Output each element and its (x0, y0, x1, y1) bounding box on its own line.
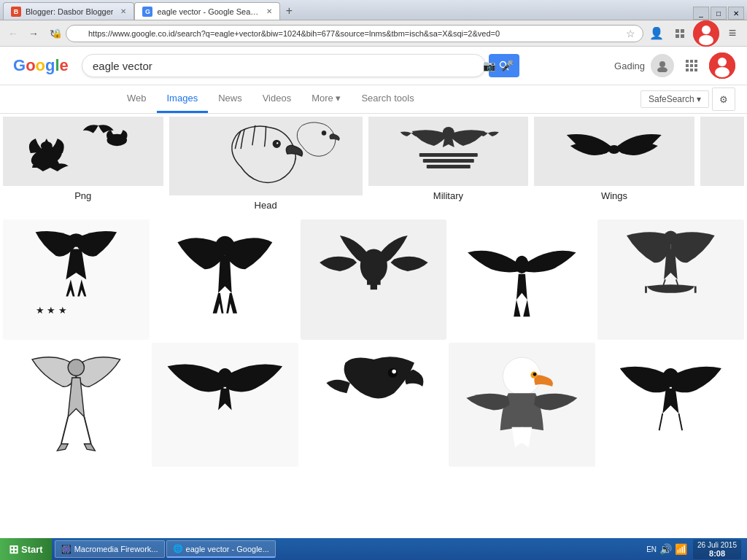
image-cell-4[interactable] (449, 219, 595, 340)
category-head-label: Head (166, 198, 365, 217)
svg-rect-2 (676, 34, 679, 38)
svg-point-23 (715, 67, 729, 77)
bookmark-star-icon[interactable]: ☆ (626, 28, 635, 39)
nav-images[interactable]: Images (157, 85, 209, 113)
browser-action-icons: 👤 (646, 23, 690, 44)
nav-more[interactable]: More ▾ (301, 85, 351, 113)
image-cell-6[interactable] (3, 343, 150, 467)
svg-rect-13 (690, 60, 693, 63)
category-wings[interactable]: Wings (531, 114, 697, 217)
tab-blogger[interactable]: B Blogger: Dasbor Blogger ✕ (3, 2, 134, 20)
camera-search-icon[interactable]: 📷 (483, 60, 495, 71)
new-tab-button[interactable]: + (280, 2, 298, 20)
category-partial (697, 114, 747, 217)
svg-point-47 (217, 368, 232, 386)
safesearch-button[interactable]: SafeSearch ▾ (640, 90, 709, 108)
search-input-icons: 📷 🎤 (483, 60, 514, 71)
start-label: Start (21, 544, 43, 555)
restore-button[interactable]: □ (711, 7, 727, 20)
address-bar: ← → ↻ 🔒 https://www.google.co.id/search?… (0, 20, 747, 47)
tab-bar: B Blogger: Dasbor Blogger ✕ G eagle vect… (0, 0, 747, 20)
svg-rect-20 (694, 69, 697, 71)
nav-videos[interactable]: Videos (252, 85, 302, 113)
svg-point-32 (442, 127, 454, 139)
svg-point-36 (608, 145, 620, 154)
menu-button[interactable]: ≡ (722, 23, 743, 44)
google-header-right: Gading (614, 52, 735, 79)
svg-rect-43 (367, 280, 381, 285)
category-png[interactable]: Png (0, 114, 166, 217)
window-controls: _ □ ✕ (693, 7, 744, 20)
account-button[interactable] (651, 54, 674, 77)
search-input[interactable] (82, 54, 486, 77)
image-cell-10[interactable] (597, 343, 744, 467)
search-nav-right: SafeSearch ▾ ⚙ (640, 88, 735, 111)
taskbar-item-google[interactable]: 🌐 eagle vector - Google... (166, 540, 276, 558)
nav-search-tools[interactable]: Search tools (351, 85, 424, 113)
taskbar-clock[interactable]: 26 Juli 2015 8:08 (693, 540, 741, 559)
category-military[interactable]: Military (365, 114, 532, 217)
svg-rect-17 (694, 64, 697, 67)
image-cell-2[interactable] (152, 219, 298, 340)
svg-rect-0 (676, 29, 679, 33)
minimize-button[interactable]: _ (693, 7, 709, 20)
close-button[interactable]: ✕ (728, 7, 744, 20)
tab-google[interactable]: G eagle vector - Google Search ... ✕ (134, 2, 280, 20)
tab-google-close[interactable]: ✕ (266, 7, 272, 15)
forward-button[interactable]: → (25, 25, 42, 42)
volume-icon[interactable]: 🔊 (659, 543, 672, 555)
apps-grid-button[interactable] (680, 54, 703, 77)
back-button[interactable]: ← (4, 25, 22, 42)
start-button[interactable]: ⊞ Start (0, 538, 52, 560)
google-content: Google 📷 🎤 Gading (0, 47, 747, 538)
svg-rect-3 (681, 34, 684, 38)
svg-point-46 (68, 359, 84, 375)
network-icon[interactable]: 📶 (675, 543, 687, 555)
tab-google-label: eagle vector - Google Search ... (157, 7, 259, 16)
url-bar[interactable]: 🔒 https://www.google.co.id/search?q=eagl… (66, 25, 643, 42)
svg-point-45 (664, 231, 678, 245)
svg-point-38 (68, 233, 84, 247)
google-header: Google 📷 🎤 Gading (0, 47, 747, 85)
user-icon-button[interactable]: 👤 (646, 23, 667, 44)
svg-rect-14 (694, 60, 697, 63)
svg-rect-16 (690, 64, 693, 67)
category-military-label: Military (365, 189, 532, 207)
image-cell-8[interactable] (301, 343, 447, 467)
safesearch-label: SafeSearch ▾ (649, 94, 701, 104)
category-wings-image (534, 117, 694, 186)
image-cell-7[interactable] (152, 343, 298, 467)
search-nav: Web Images News Videos More ▾ Search too… (0, 85, 747, 114)
blogger-favicon: B (11, 7, 21, 17)
image-grid-row1: ★ ★ ★ (0, 217, 747, 341)
ssl-lock-icon: 🔒 (52, 28, 63, 39)
svg-point-10 (659, 61, 665, 67)
svg-text:★ ★ ★: ★ ★ ★ (36, 305, 67, 316)
settings-button[interactable]: ⚙ (712, 88, 735, 111)
category-military-image (368, 117, 529, 186)
svg-rect-37 (704, 117, 740, 186)
header-avatar[interactable] (709, 52, 735, 79)
svg-rect-1 (681, 29, 684, 33)
taskbar-item-fireworks[interactable]: 🎆 Macromedia Firework... (55, 540, 165, 558)
extensions-button[interactable] (670, 23, 690, 44)
google-logo[interactable]: Google (12, 55, 70, 77)
svg-point-49 (392, 369, 396, 373)
category-png-label: Png (0, 189, 166, 207)
image-cell-9[interactable] (449, 343, 595, 467)
svg-rect-35 (426, 165, 470, 168)
nav-web[interactable]: Web (117, 85, 157, 113)
user-avatar[interactable] (693, 20, 719, 47)
image-cell-5[interactable] (597, 219, 744, 340)
voice-search-icon[interactable]: 🎤 (501, 60, 514, 71)
category-wings-label: Wings (531, 189, 697, 207)
search-box-wrapper: 📷 🎤 (82, 54, 519, 77)
image-cell-1[interactable]: ★ ★ ★ (3, 219, 150, 340)
tab-blogger-close[interactable]: ✕ (120, 7, 126, 15)
svg-rect-18 (686, 69, 689, 71)
nav-news[interactable]: News (208, 85, 252, 113)
lang-indicator: EN (646, 545, 657, 553)
tab-blogger-label: Blogger: Dasbor Blogger (26, 7, 113, 16)
image-cell-3[interactable] (301, 219, 447, 340)
category-head[interactable]: Head (166, 114, 365, 217)
